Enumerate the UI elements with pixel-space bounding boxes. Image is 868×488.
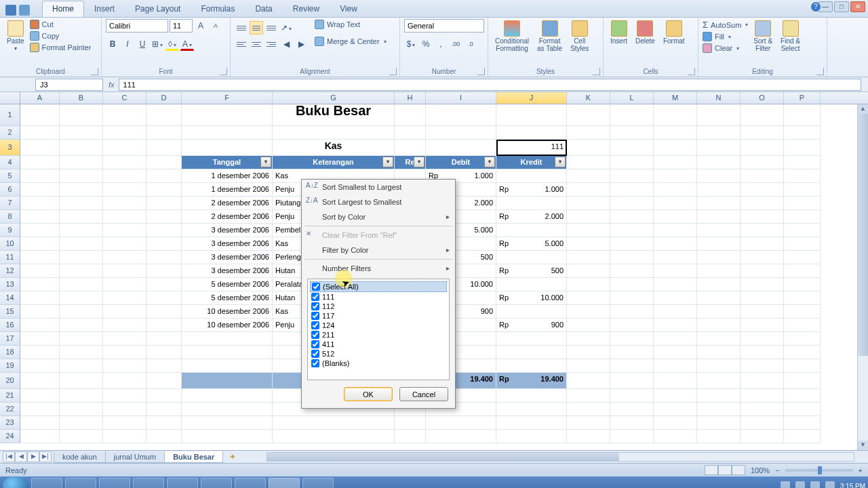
cell[interactable] — [610, 251, 654, 264]
filter-dropdown-button[interactable]: ▾ — [260, 157, 271, 167]
clock[interactable]: 3:15 PM — [840, 483, 865, 489]
row-header[interactable]: 15 — [0, 305, 20, 319]
cell[interactable] — [60, 332, 103, 346]
filter-cancel-button[interactable]: Cancel — [399, 387, 448, 401]
cell[interactable] — [784, 389, 821, 403]
cell[interactable] — [60, 389, 103, 403]
cell[interactable] — [697, 210, 741, 224]
scroll-down-button[interactable]: ▼ — [858, 441, 868, 450]
cell[interactable] — [146, 169, 182, 183]
cell[interactable] — [20, 403, 60, 416]
filter-checkbox-item[interactable]: 111 — [310, 292, 447, 302]
maximize-button[interactable]: □ — [834, 1, 849, 12]
delete-cells-button[interactable]: Delete — [633, 19, 658, 46]
zoom-level[interactable]: 100% — [751, 466, 770, 474]
cell[interactable] — [697, 359, 741, 373]
cell[interactable] — [610, 104, 654, 126]
cut-button[interactable]: Cut — [30, 19, 92, 30]
cell[interactable] — [567, 126, 610, 140]
cell[interactable] — [395, 430, 426, 443]
page-break-view-button[interactable] — [732, 465, 745, 475]
cell[interactable] — [60, 140, 103, 156]
row-header[interactable]: 2 — [0, 126, 20, 140]
cell[interactable] — [654, 224, 697, 237]
filter-checkbox-item[interactable]: 211 — [310, 330, 447, 340]
filter-by-color-item[interactable]: Filter by Color — [302, 243, 455, 258]
merge-center-button[interactable]: Merge & Center — [315, 36, 387, 47]
cell[interactable]: 3 desember 2006 — [182, 251, 273, 264]
taskbar-item[interactable] — [201, 478, 232, 488]
cell[interactable] — [654, 332, 697, 346]
number-format-select[interactable] — [404, 19, 484, 33]
cell[interactable] — [496, 169, 567, 183]
cell[interactable] — [146, 126, 182, 140]
cell[interactable] — [741, 416, 784, 430]
cell[interactable] — [784, 346, 821, 359]
cell[interactable] — [697, 224, 741, 237]
cell[interactable] — [20, 359, 60, 373]
row-header[interactable]: 13 — [0, 278, 20, 291]
cell[interactable]: Keterangan▾ — [273, 156, 395, 169]
cell[interactable] — [784, 403, 821, 416]
cell[interactable] — [654, 140, 697, 156]
cell[interactable] — [610, 183, 654, 197]
format-as-table-button[interactable]: Format as Table — [534, 19, 565, 54]
cell[interactable] — [496, 403, 567, 416]
column-header[interactable]: F — [182, 92, 273, 104]
cell[interactable] — [60, 416, 103, 430]
cell[interactable] — [567, 224, 610, 237]
cell[interactable] — [741, 403, 784, 416]
column-header[interactable]: D — [146, 92, 182, 104]
cell[interactable] — [567, 197, 610, 210]
column-header[interactable]: H — [395, 92, 426, 104]
cell[interactable] — [20, 278, 60, 291]
cell[interactable] — [60, 403, 103, 416]
cell[interactable] — [103, 291, 146, 305]
cell[interactable] — [697, 430, 741, 443]
cell[interactable] — [610, 319, 654, 332]
cell[interactable] — [496, 126, 567, 140]
cell[interactable] — [146, 416, 182, 430]
cell[interactable] — [103, 278, 146, 291]
cell[interactable] — [496, 346, 567, 359]
cell[interactable]: Rp2.000 — [496, 210, 567, 224]
cell[interactable] — [60, 210, 103, 224]
cell[interactable] — [496, 416, 567, 430]
cell[interactable] — [741, 104, 784, 126]
align-top-button[interactable] — [235, 21, 248, 35]
cell[interactable]: 111 — [496, 140, 567, 156]
wrap-text-button[interactable]: Wrap Text — [315, 19, 387, 30]
vertical-scrollbar[interactable]: ▲ ▼ — [857, 104, 868, 450]
cell[interactable] — [784, 237, 821, 251]
cell[interactable] — [654, 156, 697, 169]
cell[interactable]: Rp19.400 — [496, 373, 567, 389]
cell[interactable] — [146, 237, 182, 251]
cell[interactable] — [182, 332, 273, 346]
cell[interactable] — [654, 237, 697, 251]
filter-dropdown-button[interactable]: ▾ — [484, 157, 495, 167]
cell[interactable] — [103, 346, 146, 359]
page-layout-view-button[interactable] — [718, 465, 732, 475]
column-header[interactable]: B — [60, 92, 103, 104]
cell[interactable]: Buku Besar — [273, 104, 395, 126]
cell[interactable] — [741, 237, 784, 251]
cell[interactable] — [103, 373, 146, 389]
cell[interactable] — [741, 224, 784, 237]
cell[interactable] — [784, 224, 821, 237]
cell[interactable] — [146, 104, 182, 126]
cell[interactable] — [103, 210, 146, 224]
tab-view[interactable]: View — [330, 1, 368, 17]
cell[interactable] — [784, 291, 821, 305]
cell[interactable] — [567, 237, 610, 251]
cell[interactable] — [20, 224, 60, 237]
cell[interactable] — [103, 156, 146, 169]
cell[interactable] — [654, 126, 697, 140]
cell[interactable] — [20, 346, 60, 359]
cell[interactable] — [395, 416, 426, 430]
cell[interactable] — [103, 183, 146, 197]
row-header[interactable]: 16 — [0, 319, 20, 332]
tab-review[interactable]: Review — [283, 1, 330, 17]
cell[interactable] — [103, 389, 146, 403]
cell[interactable] — [654, 183, 697, 197]
align-bottom-button[interactable] — [264, 21, 278, 35]
